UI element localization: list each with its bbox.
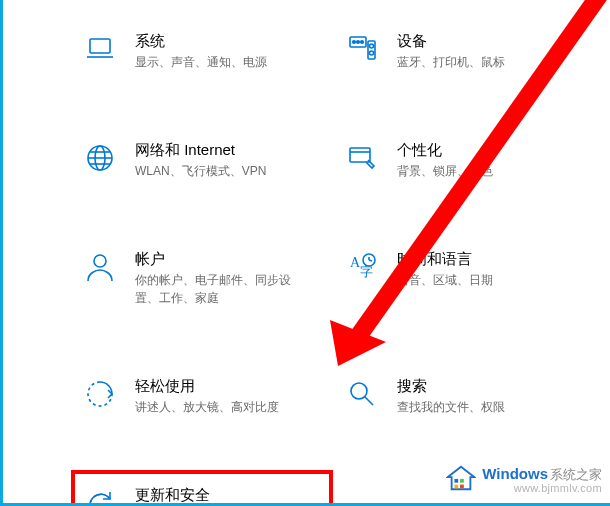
settings-item-search[interactable]: 搜索 查找我的文件、权限: [337, 365, 591, 426]
settings-item-time-language[interactable]: A字 时间和语言 语音、区域、日期: [337, 238, 591, 317]
time-language-icon: A字: [345, 250, 379, 284]
item-desc: 蓝牙、打印机、鼠标: [397, 53, 505, 71]
search-icon: [345, 377, 379, 411]
svg-rect-28: [460, 479, 464, 483]
item-title: 个性化: [397, 139, 493, 160]
item-title: 系统: [135, 30, 267, 51]
item-title: 网络和 Internet: [135, 139, 266, 160]
item-desc: WLAN、飞行模式、VPN: [135, 162, 266, 180]
watermark-brand: Windows: [482, 466, 548, 483]
watermark-cn: 系统之家: [550, 468, 602, 482]
svg-rect-0: [90, 39, 110, 53]
settings-item-system[interactable]: 系统 显示、声音、通知、电源: [75, 20, 329, 81]
settings-item-network[interactable]: 网络和 Internet WLAN、飞行模式、VPN: [75, 129, 329, 190]
user-icon: [83, 250, 117, 284]
item-title: 帐户: [135, 248, 305, 269]
item-desc: 背景、锁屏、颜色: [397, 162, 493, 180]
svg-point-16: [94, 255, 106, 267]
svg-line-21: [369, 260, 372, 261]
svg-point-5: [360, 41, 363, 44]
item-title: 轻松使用: [135, 375, 279, 396]
settings-item-accounts[interactable]: 帐户 你的帐户、电子邮件、同步设置、工作、家庭: [75, 238, 329, 317]
item-desc: 讲述人、放大镜、高对比度: [135, 398, 279, 416]
item-desc: 显示、声音、通知、电源: [135, 53, 267, 71]
svg-point-8: [369, 51, 373, 55]
update-icon: [83, 486, 117, 506]
globe-icon: [83, 141, 117, 175]
svg-rect-29: [455, 485, 459, 489]
item-title: 搜索: [397, 375, 505, 396]
item-title: 更新和安全: [135, 484, 283, 505]
laptop-icon: [83, 32, 117, 66]
svg-rect-14: [350, 148, 370, 162]
devices-icon: [345, 32, 379, 66]
svg-point-4: [356, 41, 359, 44]
item-desc: 语音、区域、日期: [397, 271, 493, 289]
item-title: 设备: [397, 30, 505, 51]
svg-rect-30: [460, 485, 464, 489]
watermark: Windows 系统之家 www.bjmmlv.com: [446, 463, 602, 497]
svg-point-3: [352, 41, 355, 44]
svg-point-7: [369, 44, 373, 48]
paint-icon: [345, 141, 379, 175]
house-icon: [446, 463, 476, 497]
settings-item-update-security[interactable]: 更新和安全 Windows 更新、恢复、备份: [75, 474, 329, 506]
settings-item-ease-of-access[interactable]: 轻松使用 讲述人、放大镜、高对比度: [75, 365, 329, 426]
watermark-url: www.bjmmlv.com: [482, 482, 602, 494]
svg-line-23: [365, 397, 373, 405]
item-desc: 查找我的文件、权限: [397, 398, 505, 416]
settings-item-devices[interactable]: 设备 蓝牙、打印机、鼠标: [337, 20, 591, 81]
settings-item-personalize[interactable]: 个性化 背景、锁屏、颜色: [337, 129, 591, 190]
item-desc: 你的帐户、电子邮件、同步设置、工作、家庭: [135, 271, 305, 307]
svg-rect-27: [455, 479, 459, 483]
item-title: 时间和语言: [397, 248, 493, 269]
svg-point-22: [351, 383, 367, 399]
ease-icon: [83, 377, 117, 411]
